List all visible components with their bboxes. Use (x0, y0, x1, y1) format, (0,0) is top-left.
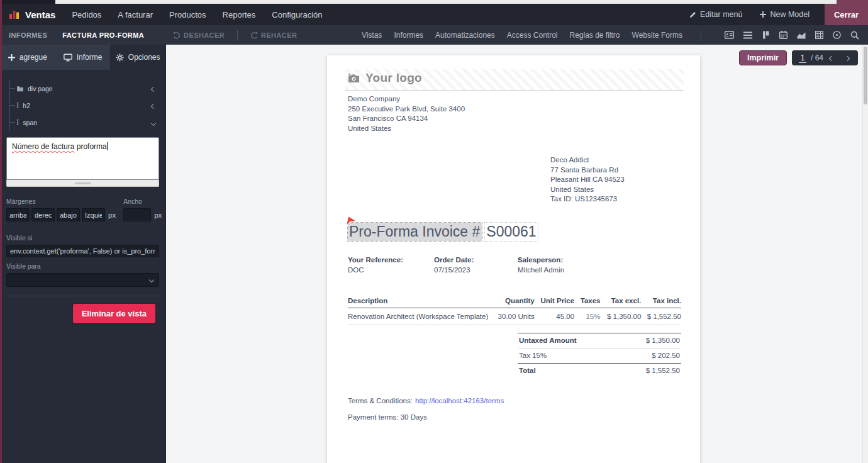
collapse-chevron-icon[interactable] (152, 102, 155, 109)
cell-quantity: 30.00 Units (488, 308, 534, 324)
tree-item-label: span (23, 119, 37, 126)
tab-opciones[interactable]: Opciones (110, 45, 165, 70)
title-selected-span[interactable]: Pro-Forma Invoice # (348, 223, 482, 241)
selection-flag-icon (347, 216, 356, 225)
margin-top-input[interactable] (6, 208, 30, 221)
app-name[interactable]: Ventas (25, 9, 55, 20)
visible-if-input[interactable] (6, 245, 159, 257)
nav-item-reportes[interactable]: Reportes (223, 10, 256, 20)
list-view-icon[interactable] (743, 31, 752, 39)
tree-item-span[interactable]: I span (10, 114, 159, 131)
vertical-scrollbar[interactable] (862, 45, 868, 463)
customer-tax-id: Tax ID: US12345673 (550, 194, 681, 204)
col-taxes: Taxes (574, 297, 600, 308)
company-city: San Francisco CA 94134 (348, 114, 681, 124)
divider (701, 30, 701, 40)
tab-informe-label: Informe (77, 53, 103, 62)
print-button[interactable]: Imprimir (739, 50, 787, 65)
graph-view-icon[interactable] (797, 31, 806, 39)
sidebar-tabs: agregue Informe Opciones (0, 45, 165, 70)
close-studio-button[interactable]: Cerrar (825, 4, 868, 25)
nav-item-productos[interactable]: Productos (169, 10, 206, 20)
visible-for-select[interactable] (6, 273, 159, 287)
window-left-edge (0, 0, 2, 463)
undo-label: DESHACER (184, 31, 225, 39)
untaxed-amount-row: Untaxed Amount $ 1,350.00 (518, 333, 681, 348)
tab-informe[interactable]: Informe (55, 45, 111, 70)
previous-page-icon[interactable] (828, 52, 835, 64)
edit-menu-link[interactable]: Editar menú (689, 10, 742, 19)
col-tax-excl: Tax excl. (601, 297, 642, 308)
payment-terms-line: Payment terms: 30 Days (348, 413, 681, 421)
breadcrumb-factura-proforma[interactable]: FACTURA PRO-FORMA (62, 31, 144, 39)
form-view-icon[interactable] (725, 31, 734, 39)
page-number-input[interactable] (799, 53, 806, 63)
element-text-editor[interactable]: Número de factura proforma (6, 137, 159, 180)
tab-agregue-label: agregue (19, 53, 47, 62)
studio-link-reglas-de-filtro[interactable]: Reglas de filtro (569, 31, 620, 40)
total-value: $ 1,552.50 (646, 367, 680, 374)
terms-link[interactable]: http://localhost:42163/terms (415, 397, 504, 404)
margin-bottom-input[interactable] (57, 208, 80, 221)
table-row[interactable]: Renovation Architect (Workspace Template… (348, 308, 681, 324)
col-unit-price: Unit Price (535, 297, 574, 308)
logo-placeholder[interactable]: Your logo (345, 69, 684, 91)
breadcrumb-informes[interactable]: INFORMES (9, 31, 47, 39)
new-model-link[interactable]: New Model (760, 10, 810, 19)
px-unit-label: px (154, 211, 162, 219)
tree-item-h2[interactable]: I h2 (10, 97, 159, 114)
cell-unit-price: 45.00 (535, 308, 574, 324)
totals-block: Untaxed Amount $ 1,350.00 Tax 15% $ 202.… (518, 333, 681, 378)
cell-taxes: 15% (574, 308, 600, 324)
reference-label: Your Reference: (348, 256, 403, 264)
col-description: Description (348, 297, 488, 308)
nav-item-configuracion[interactable]: Configuración (272, 10, 322, 20)
untaxed-amount-label: Untaxed Amount (519, 337, 577, 344)
invoice-title: Pro-Forma Invoice #S00061 (348, 223, 681, 240)
margins-label: Márgenes (6, 198, 117, 205)
calendar-view-icon[interactable] (779, 31, 787, 39)
company-name: Demo Company (348, 94, 681, 104)
pivot-view-icon[interactable] (815, 31, 823, 39)
width-label: Ancho (123, 198, 163, 205)
width-input[interactable] (123, 208, 151, 221)
studio-link-informes[interactable]: Informes (394, 31, 423, 40)
report-preview-area: Imprimir / 64 Your logo Demo Company 250… (166, 45, 868, 463)
studio-link-automatizaciones[interactable]: Automatizaciones (435, 31, 495, 40)
collapse-chevron-icon[interactable] (152, 85, 155, 92)
visible-if-label: Visible si (6, 234, 159, 242)
tab-agregue[interactable]: agregue (0, 45, 55, 70)
expand-chevron-icon[interactable] (152, 119, 155, 126)
title-order-number[interactable]: S00061 (485, 223, 537, 241)
tree-item-div-page[interactable]: div page (10, 80, 159, 97)
company-address: Demo Company 250 Executive Park Blvd, Su… (348, 94, 681, 133)
search-icon[interactable] (850, 31, 859, 40)
margin-left-input[interactable] (82, 208, 105, 221)
redo-label: REHACER (261, 31, 297, 39)
customer-city: Pleasant Hill CA 94523 (550, 175, 681, 185)
edit-menu-label: Editar menú (700, 10, 742, 19)
undo-button[interactable]: DESHACER (173, 31, 225, 39)
studio-link-website-forms[interactable]: Website Forms (632, 31, 682, 40)
scrollbar-thumb[interactable] (864, 47, 867, 104)
col-quantity: Quantity (488, 297, 534, 308)
folder-icon (16, 86, 24, 92)
next-page-icon[interactable] (843, 52, 851, 64)
nav-item-pedidos[interactable]: Pedidos (72, 10, 101, 20)
table-header-row: Description Quantity Unit Price Taxes Ta… (348, 297, 681, 308)
margin-right-input[interactable] (31, 208, 55, 221)
activity-view-icon[interactable] (833, 31, 841, 39)
tax-row: Tax 15% $ 202.50 (518, 348, 681, 363)
kanban-view-icon[interactable] (762, 31, 770, 39)
textarea-resize-handle[interactable] (6, 180, 159, 187)
new-model-label: New Model (770, 10, 810, 19)
remove-from-view-button[interactable]: Eliminar de vista (73, 304, 155, 323)
studio-link-vistas[interactable]: Vistas (362, 31, 382, 40)
studio-link-access-control[interactable]: Access Control (507, 31, 558, 40)
redo-button[interactable]: REHACER (250, 31, 297, 39)
nav-item-a-facturar[interactable]: A facturar (118, 10, 153, 20)
plus-icon (8, 54, 15, 61)
reference-value: DOC (348, 266, 434, 274)
order-date-value: 07/15/2023 (434, 266, 518, 274)
cell-tax-incl: $ 1,552.50 (641, 308, 681, 324)
